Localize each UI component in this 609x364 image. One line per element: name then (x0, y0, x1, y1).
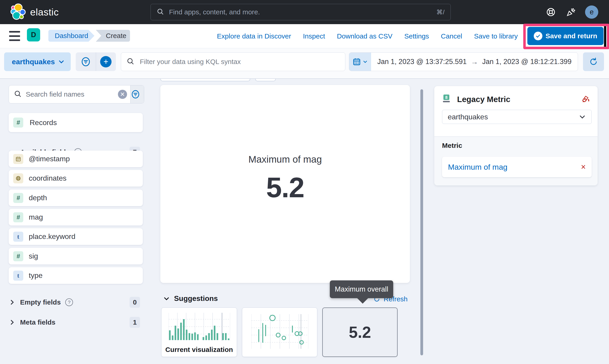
number-type-icon: # (13, 251, 23, 261)
bar-chart-thumbnail (168, 312, 230, 341)
chevron-down-icon (58, 58, 65, 65)
help-icon[interactable]: ? (65, 299, 73, 306)
vertical-scrollbar[interactable] (420, 89, 423, 355)
current-visualization-label: Current visualization (162, 346, 237, 353)
field-name: coordinates (29, 174, 66, 182)
kql-query-input[interactable] (139, 58, 340, 66)
field-search: ✕ 0 (9, 85, 144, 104)
search-icon (127, 57, 134, 66)
metric-value: 5.2 (160, 171, 410, 204)
layer-panel-title: Legacy Metric (457, 95, 576, 104)
calendar-icon (353, 58, 361, 66)
field-name: type (29, 271, 42, 280)
elastic-logo-icon (10, 3, 27, 22)
remove-dimension-icon[interactable]: × (581, 163, 586, 171)
number-type-icon: # (13, 117, 23, 128)
clear-layer-icon[interactable] (581, 94, 590, 104)
user-avatar[interactable]: e (585, 5, 598, 19)
search-icon (157, 8, 164, 16)
chevron-down-icon (363, 59, 368, 64)
field-item-mag[interactable]: #mag (9, 209, 143, 225)
toolbar-link-save-to-library[interactable]: Save to library (474, 32, 518, 40)
filter-controls: + (76, 52, 116, 71)
dimension-link[interactable]: Maximum of mag (448, 163, 508, 171)
toolbar-link-explore-data-in-discover[interactable]: Explore data in Discover (217, 32, 291, 40)
field-name: depth (29, 194, 47, 202)
metric-dimension-card[interactable]: Maximum of mag × (442, 157, 592, 177)
space-badge[interactable]: D (27, 28, 40, 41)
toolbar-links: Explore data in DiscoverInspectDownload … (217, 24, 518, 48)
refresh-icon (589, 57, 598, 66)
calendar-menu-button[interactable] (349, 53, 371, 71)
save-and-return-button[interactable]: Save and return (527, 27, 604, 45)
scatter-chart-thumbnail (251, 313, 308, 350)
records-field-item[interactable]: # Records (9, 113, 143, 132)
field-item-depth[interactable]: #depth (9, 190, 143, 206)
field-filter-segment[interactable]: 0 (130, 85, 144, 103)
field-item-sig[interactable]: #sig (9, 248, 143, 264)
breadcrumb-dashboard[interactable]: Dashboard (48, 30, 95, 42)
suggestion-tooltip: Maximum overall (330, 280, 393, 298)
field-name: sig (29, 252, 38, 260)
chevron-down-icon (163, 295, 170, 302)
news-party-popper-icon[interactable] (566, 7, 576, 17)
date-range-arrow: → (471, 58, 478, 66)
field-name: mag (29, 213, 43, 221)
top-navigation-bar: elastic ⌘/ e (0, 0, 609, 24)
field-item-type[interactable]: ttype (9, 267, 143, 284)
help-icon[interactable] (546, 7, 556, 17)
date-range-end[interactable]: Jan 1, 2023 @ 18:12:21.399 (482, 58, 572, 66)
layer-data-view-select[interactable]: earthquakes (442, 110, 592, 124)
meta-fields-count: 1 (130, 317, 140, 328)
records-label: Records (30, 118, 57, 127)
brand-wordmark: elastic (30, 0, 59, 24)
number-type-icon: # (13, 193, 23, 203)
annotation-shadow (604, 26, 606, 47)
field-name: place.keyword (29, 232, 75, 241)
field-search-input[interactable] (25, 90, 114, 98)
metric-thumbnail-value: 5.2 (323, 308, 397, 356)
suggestions-header[interactable]: Suggestions (163, 294, 218, 303)
suggestion-metric[interactable]: 5.2 (322, 308, 398, 357)
toolbar-link-download-as-csv[interactable]: Download as CSV (337, 32, 392, 40)
chevron-right-icon (9, 319, 15, 326)
suggestion-current-visualization[interactable]: Current visualization (161, 308, 237, 357)
data-view-picker[interactable]: earthquakes (4, 52, 71, 71)
toolbar-link-settings[interactable]: Settings (404, 32, 429, 40)
date-range-start[interactable]: Jan 1, 2023 @ 13:37:25.591 (377, 58, 467, 66)
chevron-down-icon (579, 113, 586, 120)
toolbar-link-cancel[interactable]: Cancel (441, 32, 462, 40)
saved-query-filter-icon[interactable] (76, 52, 96, 71)
clear-search-icon[interactable]: ✕ (118, 90, 127, 99)
empty-fields-count: 0 (130, 297, 140, 308)
kql-filter-bar[interactable] (121, 52, 345, 71)
field-item--timestamp[interactable]: @timestamp (9, 151, 143, 167)
global-search-input[interactable] (168, 8, 432, 16)
section-empty-fields[interactable]: Empty fields ? 0 (9, 296, 143, 309)
field-item-coordinates[interactable]: coordinates (9, 170, 143, 187)
query-bar: earthquakes + (0, 48, 609, 79)
field-filter-icon (130, 89, 140, 99)
string-type-icon: t (13, 232, 23, 242)
global-search[interactable]: ⌘/ (151, 4, 451, 20)
date-range-picker: Jan 1, 2023 @ 13:37:25.591 → Jan 1, 2023… (349, 52, 578, 71)
suggestion-scatter-chart[interactable] (242, 308, 317, 357)
section-meta-fields[interactable]: Meta fields 1 (9, 316, 143, 329)
search-icon (14, 90, 22, 99)
menu-hamburger-icon[interactable] (9, 31, 20, 41)
svg-text:8: 8 (445, 95, 447, 100)
metric-section-label: Metric (442, 142, 462, 149)
field-name: @timestamp (29, 155, 70, 163)
date-type-icon (13, 154, 23, 164)
add-filter-button[interactable]: + (96, 52, 116, 71)
geo-type-icon (13, 173, 23, 183)
field-item-place-keyword[interactable]: tplace.keyword (9, 228, 143, 245)
field-filter-count: 0 (144, 89, 144, 100)
string-type-icon: t (13, 271, 23, 281)
search-shortcut-hint: ⌘/ (436, 8, 444, 16)
toolbar-link-inspect[interactable]: Inspect (303, 32, 325, 40)
refresh-query-button[interactable] (583, 52, 604, 71)
metric-dimension-section: Metric Maximum of mag × (434, 136, 598, 185)
number-type-icon: # (13, 212, 23, 222)
chevron-right-icon (9, 299, 15, 306)
